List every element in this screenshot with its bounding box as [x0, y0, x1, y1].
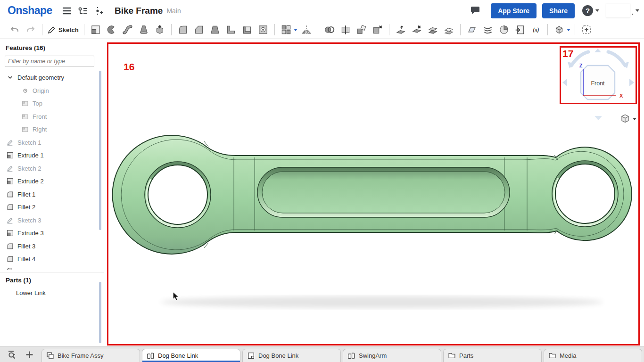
- feature-label: Extrude 2: [17, 178, 44, 185]
- revolve-button[interactable]: [105, 23, 118, 36]
- boolean-button[interactable]: [323, 23, 336, 36]
- extrude-button[interactable]: [89, 23, 102, 36]
- part-studio-icon: [347, 352, 355, 360]
- follow-mode-icon[interactable]: [93, 5, 105, 17]
- transform-button[interactable]: [355, 23, 368, 36]
- hamburger-menu-icon[interactable]: [61, 5, 73, 17]
- thicken-button[interactable]: [153, 23, 166, 36]
- variable-button[interactable]: (x): [529, 23, 543, 36]
- features-scrollbar[interactable]: [99, 71, 101, 230]
- help-icon[interactable]: ?: [582, 5, 593, 16]
- feature-item-front[interactable]: Front: [0, 110, 104, 123]
- extrude-icon: [7, 178, 14, 185]
- sheet-metal-button[interactable]: [553, 23, 566, 36]
- offset-surface-icon: [443, 24, 454, 35]
- origin-icon: [22, 87, 29, 94]
- feature-item-fillet-4[interactable]: Fillet 4: [0, 253, 104, 266]
- revolve-icon: [106, 24, 117, 35]
- fillet-icon: [177, 24, 189, 35]
- chamfer-button[interactable]: [192, 23, 206, 36]
- sketch-pencil-icon: [48, 26, 56, 34]
- redo-icon[interactable]: [24, 23, 37, 36]
- tab-media[interactable]: Media: [544, 349, 642, 362]
- view-options-button[interactable]: [620, 113, 636, 124]
- offset-surface-button[interactable]: [442, 23, 455, 36]
- workspace-name[interactable]: Main: [166, 7, 181, 15]
- feature-item-fillet-2[interactable]: Fillet 2: [0, 201, 104, 214]
- mirror-button[interactable]: [300, 23, 313, 36]
- rib-button[interactable]: [224, 23, 238, 36]
- z-axis-label: Z: [579, 63, 583, 68]
- x-axis-label: X: [619, 93, 623, 99]
- sketch-button[interactable]: Sketch: [46, 26, 81, 34]
- feature-list-panel: Features (16) Default geometryOriginTopF…: [0, 39, 104, 346]
- tab-parts[interactable]: Parts: [443, 349, 542, 362]
- parts-scrollbar[interactable]: [99, 282, 101, 343]
- feature-item-extrude-1[interactable]: Extrude 1: [0, 149, 104, 162]
- plane-button[interactable]: [465, 23, 479, 36]
- help-caret-icon[interactable]: [595, 9, 599, 12]
- feature-item-fillet-1[interactable]: Fillet 1: [0, 188, 104, 201]
- toolbar-divider: [389, 24, 389, 35]
- derived-button[interactable]: [513, 23, 527, 36]
- shell-button[interactable]: [240, 23, 254, 36]
- feature-label: Top: [33, 100, 42, 107]
- custom-feature-button[interactable]: [580, 23, 593, 36]
- linear-pattern-button[interactable]: [280, 23, 293, 36]
- view-options-caret-icon[interactable]: [633, 118, 636, 120]
- feature-item-fillet-3[interactable]: Fillet 3: [0, 240, 104, 253]
- linear-pattern-caret-icon[interactable]: [294, 29, 297, 31]
- fillet-icon: [7, 243, 14, 250]
- fillet-button[interactable]: [176, 23, 190, 36]
- thicken-icon: [154, 24, 165, 35]
- feature-item-default-geometry[interactable]: Default geometry: [0, 71, 104, 84]
- sketch-icon: [7, 217, 14, 224]
- hole-icon: [257, 24, 269, 35]
- undo-icon[interactable]: [8, 23, 21, 36]
- feature-item-extrude-2[interactable]: Extrude 2: [0, 175, 104, 188]
- split-button[interactable]: [339, 23, 352, 36]
- add-tab-icon[interactable]: [23, 348, 35, 361]
- helix-button[interactable]: [481, 23, 495, 36]
- share-button[interactable]: Share: [542, 3, 575, 18]
- feature-item-extrude-3[interactable]: Extrude 3: [0, 227, 104, 240]
- hole-button[interactable]: [256, 23, 270, 36]
- move-face-button[interactable]: [394, 23, 407, 36]
- loft-button[interactable]: [137, 23, 150, 36]
- fillet-icon: [7, 255, 14, 263]
- view-cube-region[interactable]: 17 Z X Front: [560, 46, 637, 104]
- feature-item-origin[interactable]: Origin: [0, 84, 104, 98]
- split-icon: [340, 24, 351, 35]
- feature-filter-input[interactable]: [5, 56, 94, 67]
- versions-icon[interactable]: [77, 5, 89, 17]
- tab-swingarm[interactable]: SwingArm: [343, 349, 441, 362]
- transform-icon: [356, 24, 367, 35]
- user-menu-caret-icon[interactable]: [636, 9, 639, 12]
- replace-face-button[interactable]: [426, 23, 439, 36]
- spiral-button[interactable]: [497, 23, 511, 36]
- tab-dog-bone-link[interactable]: Dog Bone Link: [142, 349, 240, 362]
- tab-bike-frame-assy[interactable]: Bike Frame Assy: [41, 349, 140, 362]
- part-list-item[interactable]: Lower Link: [0, 287, 104, 299]
- tab-dog-bone-link[interactable]: Dog Bone Link: [242, 349, 341, 362]
- viewcube-down-arrow[interactable]: [594, 115, 603, 121]
- feature-label: Fillet 3: [17, 243, 35, 250]
- delete-face-button[interactable]: [410, 23, 423, 36]
- part-lower-link[interactable]: [108, 44, 638, 344]
- search-tabs-icon[interactable]: [6, 348, 18, 361]
- feature-item-sketch-3[interactable]: Sketch 3: [0, 214, 104, 227]
- feature-item-right[interactable]: Right: [0, 123, 104, 136]
- chat-icon[interactable]: [469, 5, 481, 17]
- document-title[interactable]: Bike Frame: [115, 6, 163, 16]
- feature-item-sketch-1[interactable]: Sketch 1: [0, 136, 104, 149]
- viewcube-left-arrow: [562, 79, 567, 86]
- user-avatar[interactable]: [606, 4, 630, 18]
- feature-item-sketch-2[interactable]: Sketch 2: [0, 162, 104, 175]
- tab-label: Dog Bone Link: [258, 352, 298, 359]
- draft-button[interactable]: [208, 23, 222, 36]
- app-store-button[interactable]: App Store: [491, 3, 537, 18]
- feature-item-top[interactable]: Top: [0, 97, 104, 110]
- sheet-metal-caret-icon[interactable]: [567, 29, 570, 31]
- sweep-button[interactable]: [121, 23, 134, 36]
- delete-part-button[interactable]: [371, 23, 384, 36]
